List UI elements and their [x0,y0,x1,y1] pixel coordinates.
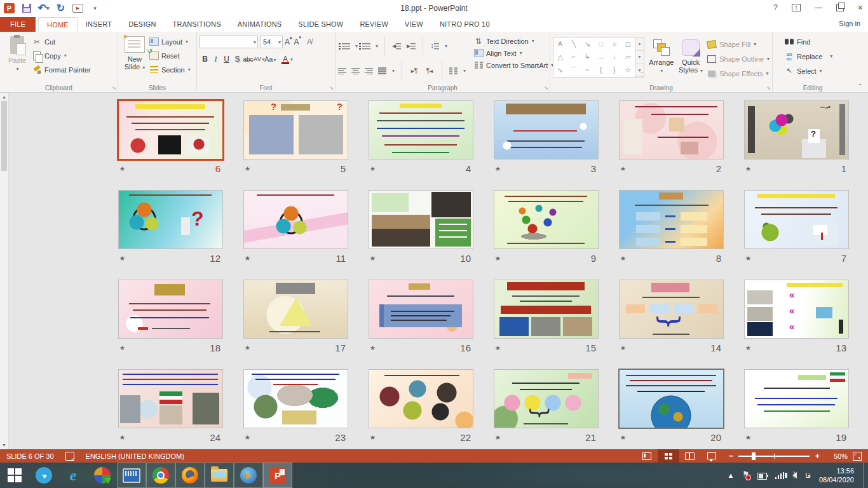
volume-icon[interactable] [792,472,797,478]
taskbar-download-manager[interactable] [88,463,117,488]
animation-star-icon[interactable]: ★ [119,434,126,441]
slide-thumbnail[interactable] [117,99,224,161]
taskbar-firefox[interactable] [175,463,205,488]
italic-button[interactable]: I [210,55,221,64]
shape-effects-button[interactable]: Shape Effects▾ [707,67,770,80]
justify-button[interactable] [378,67,386,74]
animation-star-icon[interactable]: ★ [745,344,752,351]
line-arrow-icon[interactable]: ↘ [585,41,590,48]
animation-star-icon[interactable]: ★ [245,255,251,262]
sign-in-link[interactable]: Sign in [839,20,860,27]
animation-star-icon[interactable]: ★ [370,344,376,351]
animation-star-icon[interactable]: ★ [620,344,627,351]
slide-thumbnail[interactable] [744,190,849,249]
left-brace-icon[interactable]: { [600,67,602,74]
slide-thumbnail[interactable] [243,280,348,339]
animation-star-icon[interactable]: ★ [495,434,501,441]
shape-outline-button[interactable]: Shape Outline▾ [707,52,770,65]
slide-thumbnail[interactable] [494,190,599,249]
font-color-dropdown[interactable]: ▾ [290,57,293,62]
slide-thumbnail[interactable] [369,190,473,249]
animation-star-icon[interactable]: ★ [745,255,752,262]
numbering-button[interactable] [362,43,370,50]
align-left-button[interactable] [338,67,346,74]
restore-button[interactable] [836,4,844,11]
clipboard-dialog-launcher[interactable]: ⇘ [112,85,116,91]
slide-thumbnail[interactable] [243,369,348,428]
arrange-button[interactable]: Arrange▾ [648,37,675,85]
down-arrow-icon[interactable]: ↓ [613,53,616,60]
collapse-ribbon-button[interactable]: ⌃ [858,83,863,90]
spell-check-icon[interactable] [65,452,74,461]
format-painter-button[interactable]: Format Painter [32,63,91,76]
slide-show-button[interactable] [701,449,722,463]
section-button[interactable]: Section▾ [149,63,191,76]
decrease-indent-button[interactable]: ◂ [391,41,402,51]
drawing-dialog-launcher[interactable]: ⇘ [766,85,771,91]
language-indicator[interactable]: ENGLISH (UNITED KINGDOM) [86,452,184,460]
scrollbar-thumb[interactable] [1,101,7,171]
oval-icon[interactable]: ○ [613,41,617,48]
zoom-slider[interactable] [738,456,810,457]
animation-star-icon[interactable]: ★ [119,344,126,351]
tab-insert[interactable]: INSERT [78,17,120,32]
tab-slide-show[interactable]: SLIDE SHOW [290,17,351,32]
animation-star-icon[interactable]: ★ [370,434,376,441]
taskbar-file-explorer[interactable] [205,463,234,488]
animation-star-icon[interactable]: ★ [370,255,376,262]
tab-transitions[interactable]: TRANSITIONS [165,17,229,32]
gallery-scroll-up[interactable]: ▲ [635,37,644,51]
animation-star-icon[interactable]: ★ [495,165,501,172]
align-right-button[interactable] [365,67,373,74]
slide-thumbnail[interactable] [494,369,599,428]
slide-thumbnail[interactable] [744,280,849,339]
line-spacing-button[interactable]: ↕ [430,41,440,51]
scribble-icon[interactable]: ∿ [557,67,563,74]
animation-star-icon[interactable]: ★ [745,165,752,172]
character-spacing-button[interactable]: AV▾ [254,56,264,62]
increase-font-size-button[interactable]: A▴ [285,37,292,46]
elbow-arrow-connector-icon[interactable]: ↳ [585,53,590,60]
slide-thumbnail[interactable] [619,100,724,159]
convert-to-smartart-button[interactable]: Convert to SmartArt▾ [473,59,553,71]
animation-star-icon[interactable]: ★ [245,434,251,441]
taskbar-media-player[interactable] [234,463,263,488]
shapes-gallery-scrollbar[interactable]: ▲ ▼ ▼̲ [635,37,644,78]
zoom-in-button[interactable]: + [815,451,820,461]
slide-thumbnail[interactable] [243,190,348,249]
quick-styles-button[interactable]: Quick Styles ▾ [679,37,703,85]
animation-star-icon[interactable]: ★ [370,165,376,172]
animation-star-icon[interactable]: ★ [245,344,251,351]
slide-thumbnail[interactable] [494,100,599,159]
zoom-slider-thumb[interactable] [752,452,756,460]
start-button[interactable] [0,463,29,488]
rounded-rectangle-icon[interactable]: ◻ [625,41,631,48]
change-case-button[interactable]: Aa▾ [264,55,275,63]
slide-sorter-view-button[interactable] [658,449,679,463]
font-size-combobox[interactable]: 54▾ [260,36,283,48]
taskbar-remote-desktop[interactable] [117,463,146,488]
paragraph-dialog-launcher[interactable]: ⇘ [544,85,548,91]
right-arrow-icon[interactable]: → [597,53,604,60]
zoom-out-button[interactable]: − [729,451,734,461]
action-center-icon[interactable] [742,471,749,479]
elbow-connector-icon[interactable]: ⌐ [572,53,576,60]
slide-thumbnail[interactable] [619,190,724,249]
animation-star-icon[interactable]: ★ [620,165,627,172]
font-color-button[interactable]: A [281,55,290,64]
slide-thumbnail[interactable] [369,100,473,159]
tab-design[interactable]: DESIGN [120,17,164,32]
slide-thumbnail[interactable] [618,369,724,429]
tab-review[interactable]: REVIEW [351,17,397,32]
select-button[interactable]: ↖ Select▾ [784,64,850,78]
scroll-up-arrow[interactable]: ▲ [2,93,6,101]
slide-thumbnail[interactable] [619,280,724,339]
shapes-gallery[interactable]: A╲↘□○◻△⌐↳→↓▱∿⌒~{}☆ [553,37,635,78]
taskbar-clock[interactable]: 13:56 08/04/2020 [819,466,858,484]
tab-animations[interactable]: ANIMATIONS [229,17,290,32]
slide-thumbnail[interactable] [494,280,599,339]
decrease-font-size-button[interactable]: A▾ [294,37,302,46]
strikethrough-button[interactable]: abc [243,56,254,63]
gallery-scroll-down[interactable]: ▼ [635,51,644,64]
increase-indent-button[interactable]: ▸ [406,41,416,51]
